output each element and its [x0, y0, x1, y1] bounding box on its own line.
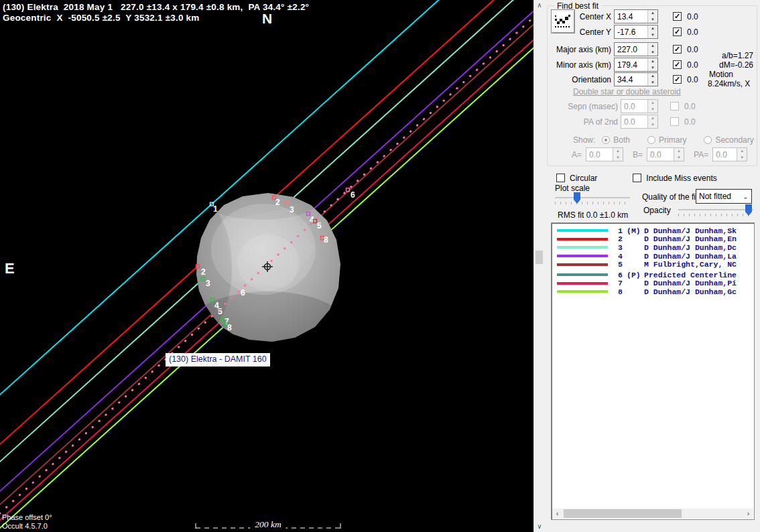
spin-down-icon[interactable]: ▼ — [648, 17, 657, 23]
quality-label: Quality of the fit — [642, 192, 698, 202]
legend-row-3[interactable]: 3D Dunham/J Dunham,Dc — [552, 243, 754, 252]
circular-checkbox[interactable] — [556, 174, 565, 182]
separation-checkbox[interactable] — [670, 102, 679, 111]
separation-label: Sepn (masec) — [544, 102, 618, 111]
scroll-left-arrow-icon[interactable]: ‹ — [552, 509, 562, 519]
vertical-scrollbar[interactable]: ∧ ∨ — [533, 0, 544, 532]
slider-groove[interactable] — [678, 209, 753, 210]
show-both-radio[interactable] — [602, 136, 610, 144]
show-secondary-radio[interactable] — [704, 136, 712, 144]
spin-down-icon[interactable]: ▼ — [648, 65, 657, 72]
spin-up-icon[interactable]: ▲ — [648, 115, 657, 122]
spin-down-icon[interactable]: ▼ — [648, 32, 657, 39]
fit-control-panel: Find best fit — [544, 0, 760, 532]
horizontal-scrollbar-thumb[interactable] — [564, 509, 682, 518]
center-x-field[interactable]: 13.4▲▼ — [614, 9, 658, 23]
b-field[interactable]: 0.0▲▼ — [647, 147, 684, 161]
legend-observer-name: D Dunham/J Dunham,La — [644, 252, 737, 261]
legend-row-7[interactable]: 7D Dunham/J Dunham,Pi — [552, 279, 754, 288]
legend-color-swatch — [557, 238, 608, 241]
legend-row-8[interactable]: 8D Dunham/J Dunham,Gc — [552, 287, 754, 296]
center-y-label: Center Y — [544, 27, 611, 37]
spin-up-icon[interactable]: ▲ — [648, 100, 657, 107]
center-y-row: Center Y -17.6▲▼ ✓ 0.0 — [544, 25, 698, 39]
legend-row-6[interactable]: 6(P)Predicted Centerline — [552, 271, 754, 279]
center-x-label: Center X — [544, 12, 611, 21]
legend-row-2[interactable]: 2D Dunham/J Dunham,En — [552, 235, 754, 244]
show-label: Show: — [573, 135, 595, 145]
spin-up-icon[interactable]: ▲ — [648, 73, 657, 80]
legend-chord-number: 7 — [618, 279, 627, 287]
legend-chord-number: 2 — [618, 235, 627, 243]
legend-color-swatch — [557, 255, 608, 257]
observer-legend-list[interactable]: 1(M)D Dunham/J Dunham,Sk2D Dunham/J Dunh… — [551, 222, 755, 520]
center-x-checkbox[interactable]: ✓ — [673, 12, 682, 21]
spin-up-icon[interactable]: ▲ — [613, 148, 623, 155]
minor-axis-row: Minor axis (km) 179.4▲▼ ✓ 0.0 — [544, 58, 698, 72]
chord-number-label-5: 5 — [317, 221, 322, 230]
quality-dropdown[interactable]: Not fitted ⌄ — [696, 189, 752, 204]
slider-ticks — [555, 202, 630, 204]
spin-down-icon[interactable]: ▼ — [648, 122, 657, 129]
app-version-label: Occult 4.5.7.0 — [2, 522, 48, 530]
occultation-plot[interactable]: 12233445566788 (130) Elektra 2018 May 1 … — [0, 0, 533, 532]
legend-row-5[interactable]: 5M Fulbright,Cary, NC — [552, 260, 754, 269]
legend-color-swatch — [557, 282, 608, 285]
opacity-slider[interactable] — [678, 204, 753, 218]
legend-color-swatch — [557, 246, 608, 249]
pa-of-2nd-checkbox[interactable] — [670, 117, 679, 126]
minor-axis-field[interactable]: 179.4▲▼ — [614, 58, 658, 72]
scroll-up-arrow-icon[interactable]: ∧ — [534, 0, 545, 11]
scroll-right-arrow-icon[interactable]: › — [743, 509, 753, 519]
plot-scale-label: Plot scale — [555, 184, 590, 193]
scroll-down-arrow-icon[interactable]: ∨ — [534, 521, 545, 532]
plot-canvas[interactable]: 12233445566788 — [0, 0, 533, 532]
spin-down-icon[interactable]: ▼ — [648, 107, 657, 113]
motion-value: 8.24km/s, X — [708, 79, 750, 88]
spin-up-icon[interactable]: ▲ — [737, 148, 747, 155]
legend-row-4[interactable]: 4D Dunham/J Dunham,La — [552, 252, 754, 261]
pa-label: PA= — [694, 150, 708, 159]
a-field[interactable]: 0.0▲▼ — [586, 147, 623, 161]
pa-of-2nd-check-label: 0.0 — [684, 117, 696, 127]
minor-axis-checkbox[interactable]: ✓ — [673, 60, 682, 69]
spin-down-icon[interactable]: ▼ — [648, 50, 657, 56]
legend-row-1[interactable]: 1(M)D Dunham/J Dunham,Sk — [552, 226, 754, 235]
show-primary-radio[interactable] — [647, 136, 655, 144]
spin-up-icon[interactable]: ▲ — [648, 58, 657, 65]
orientation-checkbox[interactable]: ✓ — [673, 75, 682, 84]
center-x-check-label: 0.0 — [687, 12, 698, 21]
spin-up-icon[interactable]: ▲ — [648, 25, 657, 32]
separation-field[interactable]: 0.0▲▼ — [621, 99, 658, 113]
chord-number-label-6: 6 — [351, 190, 355, 200]
miss-events-checkbox[interactable] — [633, 174, 641, 182]
show-primary-label: Primary — [659, 135, 686, 145]
legend-chord-number: 4 — [618, 252, 627, 261]
quality-value: Not fitted — [699, 192, 731, 201]
spin-up-icon[interactable]: ▲ — [648, 43, 657, 50]
spin-down-icon[interactable]: ▼ — [737, 155, 747, 161]
orientation-field[interactable]: 34.4▲▼ — [614, 72, 658, 86]
center-y-field[interactable]: -17.6▲▼ — [614, 25, 658, 39]
center-y-checkbox[interactable]: ✓ — [673, 27, 682, 36]
spin-down-icon[interactable]: ▼ — [613, 155, 623, 161]
circular-label: Circular — [570, 174, 597, 183]
spin-up-icon[interactable]: ▲ — [648, 10, 657, 17]
chord-number-label-8: 8 — [324, 235, 328, 245]
major-axis-checkbox[interactable]: ✓ — [673, 45, 682, 54]
major-axis-field[interactable]: 227.0▲▼ — [614, 42, 658, 56]
slider-groove[interactable] — [555, 197, 630, 198]
spin-up-icon[interactable]: ▲ — [674, 148, 684, 155]
pa-of-2nd-field[interactable]: 0.0▲▼ — [621, 115, 658, 129]
chord-number-label-3: 3 — [290, 205, 294, 214]
minor-axis-check-label: 0.0 — [687, 60, 698, 70]
spin-down-icon[interactable]: ▼ — [674, 155, 684, 161]
legend-chord-number: 5 — [618, 260, 627, 269]
chord-number-label-1: 1 — [213, 204, 218, 214]
vertical-scrollbar-thumb[interactable] — [535, 251, 543, 264]
plot-scale-slider[interactable] — [555, 192, 630, 206]
major-axis-row: Major axis (km) 227.0▲▼ ✓ 0.0 — [544, 42, 698, 56]
legend-horizontal-scrollbar[interactable]: ‹ › — [552, 509, 753, 519]
spin-down-icon[interactable]: ▼ — [648, 80, 657, 86]
pa-field[interactable]: 0.0▲▼ — [712, 147, 747, 161]
